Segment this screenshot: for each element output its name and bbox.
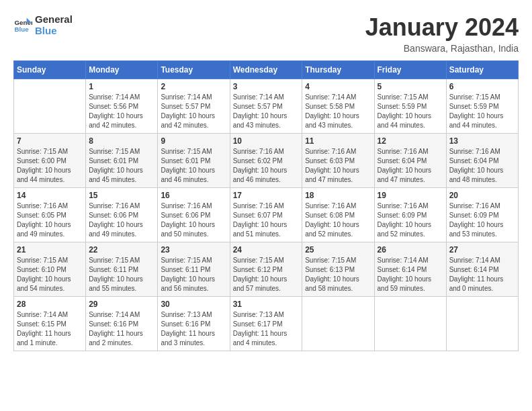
day-number: 26 <box>378 245 443 255</box>
day-info: Sunrise: 7:14 AM Sunset: 5:57 PM Dayligh… <box>161 93 226 130</box>
day-info: Sunrise: 7:15 AM Sunset: 6:01 PM Dayligh… <box>161 147 226 185</box>
calendar-table: SundayMondayTuesdayWednesdayThursdayFrid… <box>13 60 519 351</box>
calendar-cell: 28Sunrise: 7:14 AM Sunset: 6:15 PM Dayli… <box>14 297 86 351</box>
day-number: 20 <box>449 191 515 200</box>
calendar-cell: 13Sunrise: 7:16 AM Sunset: 6:04 PM Dayli… <box>446 134 518 188</box>
calendar-cell: 24Sunrise: 7:15 AM Sunset: 6:12 PM Dayli… <box>230 242 302 297</box>
day-number: 22 <box>89 245 154 255</box>
day-info: Sunrise: 7:16 AM Sunset: 6:08 PM Dayligh… <box>305 201 371 239</box>
location-subtitle: Banswara, Rajasthan, India <box>365 43 519 54</box>
day-info: Sunrise: 7:14 AM Sunset: 5:58 PM Dayligh… <box>305 93 371 130</box>
day-number: 31 <box>233 300 300 309</box>
calendar-cell: 14Sunrise: 7:16 AM Sunset: 6:05 PM Dayli… <box>14 188 86 242</box>
calendar-cell: 9Sunrise: 7:15 AM Sunset: 6:01 PM Daylig… <box>158 134 230 188</box>
day-number: 2 <box>161 82 226 91</box>
day-info: Sunrise: 7:14 AM Sunset: 5:57 PM Dayligh… <box>233 93 300 130</box>
calendar-cell: 21Sunrise: 7:15 AM Sunset: 6:10 PM Dayli… <box>14 242 86 297</box>
calendar-cell: 16Sunrise: 7:16 AM Sunset: 6:06 PM Dayli… <box>158 188 230 242</box>
day-number: 16 <box>161 191 226 200</box>
day-info: Sunrise: 7:16 AM Sunset: 6:04 PM Dayligh… <box>378 147 443 185</box>
calendar-cell: 12Sunrise: 7:16 AM Sunset: 6:04 PM Dayli… <box>374 134 446 188</box>
day-number: 14 <box>17 191 83 200</box>
svg-text:Blue: Blue <box>14 26 29 33</box>
day-number: 28 <box>17 300 83 309</box>
day-number: 19 <box>378 191 443 200</box>
day-number: 11 <box>305 136 371 146</box>
weekday-header-friday: Friday <box>374 61 446 79</box>
day-info: Sunrise: 7:16 AM Sunset: 6:03 PM Dayligh… <box>305 147 371 185</box>
weekday-row: SundayMondayTuesdayWednesdayThursdayFrid… <box>14 61 519 79</box>
calendar-cell: 30Sunrise: 7:13 AM Sunset: 6:16 PM Dayli… <box>158 297 230 351</box>
calendar-cell: 10Sunrise: 7:16 AM Sunset: 6:02 PM Dayli… <box>230 134 302 188</box>
day-info: Sunrise: 7:14 AM Sunset: 5:56 PM Dayligh… <box>89 93 154 130</box>
day-info: Sunrise: 7:14 AM Sunset: 6:16 PM Dayligh… <box>89 310 154 348</box>
day-number: 23 <box>161 245 226 255</box>
day-number: 8 <box>89 136 154 146</box>
weekday-header-monday: Monday <box>86 61 158 79</box>
day-number: 5 <box>378 82 443 91</box>
logo-blue: Blue <box>35 25 73 36</box>
calendar-cell: 3Sunrise: 7:14 AM Sunset: 5:57 PM Daylig… <box>230 79 302 134</box>
day-number: 3 <box>233 82 300 91</box>
day-info: Sunrise: 7:14 AM Sunset: 6:15 PM Dayligh… <box>17 310 83 348</box>
logo-general: General <box>35 13 73 25</box>
day-info: Sunrise: 7:15 AM Sunset: 6:11 PM Dayligh… <box>89 256 154 293</box>
day-info: Sunrise: 7:16 AM Sunset: 6:09 PM Dayligh… <box>378 201 443 239</box>
week-row-2: 7Sunrise: 7:15 AM Sunset: 6:00 PM Daylig… <box>14 134 519 188</box>
title-block: January 2024 Banswara, Rajasthan, India <box>365 13 519 54</box>
calendar-cell: 20Sunrise: 7:16 AM Sunset: 6:09 PM Dayli… <box>446 188 518 242</box>
day-info: Sunrise: 7:14 AM Sunset: 6:14 PM Dayligh… <box>449 256 515 293</box>
calendar-cell <box>302 297 374 351</box>
weekday-header-sunday: Sunday <box>14 61 86 79</box>
calendar-cell: 15Sunrise: 7:16 AM Sunset: 6:06 PM Dayli… <box>86 188 158 242</box>
week-row-4: 21Sunrise: 7:15 AM Sunset: 6:10 PM Dayli… <box>14 242 519 297</box>
day-number: 30 <box>161 300 226 309</box>
day-number: 1 <box>89 82 154 91</box>
week-row-3: 14Sunrise: 7:16 AM Sunset: 6:05 PM Dayli… <box>14 188 519 242</box>
calendar-cell: 18Sunrise: 7:16 AM Sunset: 6:08 PM Dayli… <box>302 188 374 242</box>
day-info: Sunrise: 7:15 AM Sunset: 6:11 PM Dayligh… <box>161 256 226 293</box>
calendar-cell: 7Sunrise: 7:15 AM Sunset: 6:00 PM Daylig… <box>14 134 86 188</box>
day-number: 12 <box>378 136 443 146</box>
calendar-cell: 2Sunrise: 7:14 AM Sunset: 5:57 PM Daylig… <box>158 79 230 134</box>
calendar-body: 1Sunrise: 7:14 AM Sunset: 5:56 PM Daylig… <box>14 79 519 351</box>
calendar-cell: 29Sunrise: 7:14 AM Sunset: 6:16 PM Dayli… <box>86 297 158 351</box>
calendar-cell: 6Sunrise: 7:15 AM Sunset: 5:59 PM Daylig… <box>446 79 518 134</box>
day-info: Sunrise: 7:16 AM Sunset: 6:05 PM Dayligh… <box>17 201 83 239</box>
calendar-cell: 4Sunrise: 7:14 AM Sunset: 5:58 PM Daylig… <box>302 79 374 134</box>
day-number: 29 <box>89 300 154 309</box>
day-info: Sunrise: 7:13 AM Sunset: 6:17 PM Dayligh… <box>233 310 300 348</box>
calendar-cell <box>14 79 86 134</box>
day-info: Sunrise: 7:15 AM Sunset: 6:10 PM Dayligh… <box>17 256 83 293</box>
day-info: Sunrise: 7:16 AM Sunset: 6:07 PM Dayligh… <box>233 201 300 239</box>
week-row-1: 1Sunrise: 7:14 AM Sunset: 5:56 PM Daylig… <box>14 79 519 134</box>
calendar-cell: 8Sunrise: 7:15 AM Sunset: 6:01 PM Daylig… <box>86 134 158 188</box>
weekday-header-thursday: Thursday <box>302 61 374 79</box>
day-number: 25 <box>305 245 371 255</box>
calendar-cell <box>446 297 518 351</box>
calendar-cell: 26Sunrise: 7:14 AM Sunset: 6:14 PM Dayli… <box>374 242 446 297</box>
logo-icon: General Blue <box>13 15 32 34</box>
logo: General Blue General Blue <box>13 13 73 36</box>
day-number: 13 <box>449 136 515 146</box>
calendar-cell: 31Sunrise: 7:13 AM Sunset: 6:17 PM Dayli… <box>230 297 302 351</box>
day-number: 18 <box>305 191 371 200</box>
day-info: Sunrise: 7:13 AM Sunset: 6:16 PM Dayligh… <box>161 310 226 348</box>
day-number: 27 <box>449 245 515 255</box>
day-number: 10 <box>233 136 300 146</box>
weekday-header-wednesday: Wednesday <box>230 61 302 79</box>
day-number: 17 <box>233 191 300 200</box>
day-info: Sunrise: 7:15 AM Sunset: 6:12 PM Dayligh… <box>233 256 300 293</box>
day-info: Sunrise: 7:15 AM Sunset: 5:59 PM Dayligh… <box>449 93 515 130</box>
calendar-cell: 25Sunrise: 7:15 AM Sunset: 6:13 PM Dayli… <box>302 242 374 297</box>
day-number: 7 <box>17 136 83 146</box>
day-info: Sunrise: 7:16 AM Sunset: 6:04 PM Dayligh… <box>449 147 515 185</box>
calendar-cell: 23Sunrise: 7:15 AM Sunset: 6:11 PM Dayli… <box>158 242 230 297</box>
day-number: 4 <box>305 82 371 91</box>
day-info: Sunrise: 7:16 AM Sunset: 6:09 PM Dayligh… <box>449 201 515 239</box>
calendar-cell: 17Sunrise: 7:16 AM Sunset: 6:07 PM Dayli… <box>230 188 302 242</box>
calendar-header: SundayMondayTuesdayWednesdayThursdayFrid… <box>14 61 519 79</box>
week-row-5: 28Sunrise: 7:14 AM Sunset: 6:15 PM Dayli… <box>14 297 519 351</box>
day-number: 9 <box>161 136 226 146</box>
day-number: 21 <box>17 245 83 255</box>
